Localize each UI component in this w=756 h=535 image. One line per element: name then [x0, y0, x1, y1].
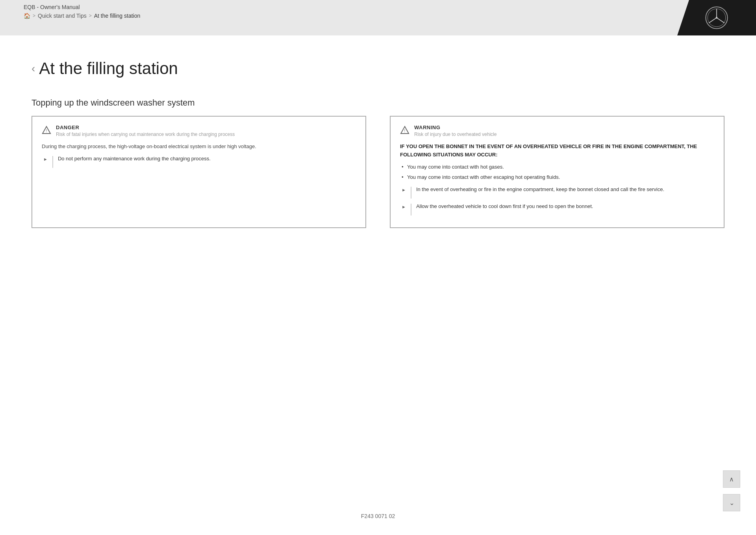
warning-action-2: ► Allow the overheated vehicle to cool d…: [400, 202, 714, 215]
mercedes-logo: [705, 6, 728, 30]
scroll-up-button[interactable]: ∧: [723, 470, 740, 488]
action-divider-2: [411, 204, 411, 215]
home-icon[interactable]: 🏠: [24, 13, 30, 19]
breadcrumb-link-quickstart[interactable]: Quick start and Tips: [38, 13, 87, 19]
header-content: EQB - Owner's Manual 🏠 > Quick start and…: [24, 4, 140, 19]
danger-body: During the charging process, the high-vo…: [42, 143, 356, 168]
warning-bullet-2: You may come into contact with other esc…: [400, 173, 714, 182]
footer-code: F243 0071 02: [361, 513, 395, 519]
warning-icon: !: [400, 125, 410, 135]
danger-body-text: During the charging process, the high-vo…: [42, 143, 356, 151]
svg-line-4: [717, 18, 724, 23]
action-divider-1: [411, 187, 411, 199]
danger-icon: !: [42, 125, 51, 135]
warning-subtitle: Risk of injury due to overheated vehicle: [414, 132, 497, 137]
page-title-area: ‹ At the filling station: [32, 51, 724, 78]
warning-header: ! WARNING Risk of injury due to overheat…: [400, 124, 714, 137]
warning-body: IF YOU OPEN THE BONNET IN THE EVENT OF A…: [400, 143, 714, 215]
scroll-down-button[interactable]: ⌄: [723, 494, 740, 511]
main-content: ‹ At the filling station Topping up the …: [0, 35, 756, 535]
danger-title-block: DANGER Risk of fatal injuries when carry…: [56, 124, 235, 137]
warning-bullets: You may come into contact with hot gases…: [400, 163, 714, 182]
action-divider: [52, 156, 53, 168]
header: EQB - Owner's Manual 🏠 > Quick start and…: [0, 0, 756, 35]
svg-point-5: [716, 17, 718, 19]
page-title: At the filling station: [39, 59, 178, 78]
warning-bold-text: IF YOU OPEN THE BONNET IN THE EVENT OF A…: [400, 143, 714, 159]
action-arrow-2-icon: ►: [402, 204, 406, 211]
warning-action-text-1: In the event of overheating or fire in t…: [416, 186, 664, 193]
warning-title-block: WARNING Risk of injury due to overheated…: [414, 124, 497, 137]
breadcrumb-separator-2: >: [89, 13, 92, 19]
warning-bullet-1: You may come into contact with hot gases…: [400, 163, 714, 171]
breadcrumb-separator-1: >: [33, 13, 35, 19]
svg-text:!: !: [404, 129, 406, 133]
logo-area: [677, 0, 756, 35]
danger-header: ! DANGER Risk of fatal injuries when car…: [42, 124, 356, 137]
danger-level: DANGER: [56, 124, 235, 130]
warning-level: WARNING: [414, 124, 497, 130]
footer: F243 0071 02: [0, 513, 756, 519]
danger-subtitle: Risk of fatal injuries when carrying out…: [56, 132, 235, 137]
svg-text:!: !: [46, 129, 47, 133]
breadcrumb: 🏠 > Quick start and Tips > At the fillin…: [24, 13, 140, 19]
danger-action-text-1: Do not perform any maintenance work duri…: [58, 155, 211, 163]
warning-action-text-2: Allow the overheated vehicle to cool dow…: [416, 202, 593, 210]
breadcrumb-current: At the filling station: [94, 13, 141, 19]
warning-box: ! WARNING Risk of injury due to overheat…: [390, 116, 724, 228]
two-columns-layout: ! DANGER Risk of fatal injuries when car…: [32, 116, 724, 228]
danger-action-1: ► Do not perform any maintenance work du…: [42, 155, 356, 168]
danger-box: ! DANGER Risk of fatal injuries when car…: [32, 116, 366, 228]
svg-line-3: [709, 18, 717, 23]
back-chevron[interactable]: ‹: [32, 62, 35, 75]
action-arrow-1-icon: ►: [402, 187, 406, 194]
warning-action-1: ► In the event of overheating or fire in…: [400, 186, 714, 199]
manual-title: EQB - Owner's Manual: [24, 4, 140, 10]
action-arrow-icon: ►: [43, 156, 48, 163]
section-heading: Topping up the windscreen washer system: [32, 98, 724, 108]
